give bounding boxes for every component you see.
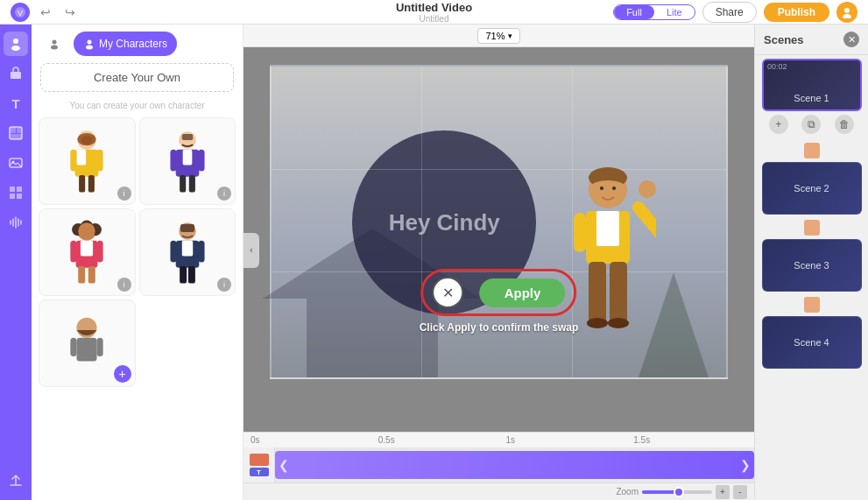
svg-rect-15 (10, 194, 15, 199)
cancel-apply-button[interactable]: ✕ (433, 277, 464, 308)
zoom-slider-track[interactable] (642, 490, 712, 494)
svg-point-63 (589, 180, 627, 198)
panel-tabs: My Characters (32, 25, 243, 56)
svg-point-65 (612, 187, 616, 190)
svg-point-70 (639, 180, 656, 198)
scenes-panel: Scenes ✕ 00:02 Scene 1 + ⧉ 🗑 (754, 25, 868, 500)
apply-button[interactable]: Apply (480, 278, 566, 307)
character-info-badge[interactable]: i (117, 187, 131, 201)
video-title: Untitled Video (396, 1, 472, 14)
character-item[interactable]: + (39, 299, 136, 387)
svg-rect-45 (71, 241, 77, 263)
svg-rect-33 (182, 150, 192, 165)
timeline-ruler: 0s 0.5s 1s 1.5s (243, 432, 754, 447)
create-own-button[interactable]: Create Your Own (40, 63, 234, 92)
canvas-stage[interactable]: Hey Cindy (243, 47, 754, 432)
scene-connector (804, 297, 820, 313)
svg-point-5 (11, 46, 20, 51)
svg-rect-50 (180, 224, 194, 232)
user-avatar[interactable] (836, 2, 857, 23)
scene-thumb[interactable]: 00:02 Scene 1 (762, 59, 862, 111)
zoom-in-button[interactable]: + (716, 485, 730, 499)
svg-rect-8 (10, 127, 16, 133)
ruler-mark-2: 1s (506, 435, 516, 445)
scene-delete-button[interactable]: 🗑 (835, 115, 854, 134)
scene-thumb[interactable]: Scene 4 (762, 316, 862, 369)
scene-thumb[interactable]: Scene 2 (762, 162, 862, 215)
share-button[interactable]: Share (702, 2, 757, 23)
tab-all-characters[interactable] (39, 32, 70, 56)
scene-thumb[interactable]: Scene 3 (762, 239, 862, 292)
svg-rect-26 (97, 150, 103, 172)
svg-point-4 (13, 39, 18, 44)
sidebar-item-scenes[interactable] (4, 121, 28, 145)
sidebar-item-characters[interactable] (4, 32, 28, 56)
scene-text: Hey Cindy (389, 208, 500, 236)
svg-rect-10 (10, 134, 22, 139)
scene-background: Hey Cindy (270, 65, 728, 379)
scene-add-button[interactable]: + (769, 115, 788, 134)
timeline-bar[interactable]: ❮ ❯ (275, 451, 754, 479)
svg-point-17 (53, 40, 57, 45)
canvas-container: 71% ▾ Hey Cindy (243, 25, 754, 500)
app-logo: V (11, 3, 30, 22)
timeline-scroll-right[interactable]: ❯ (737, 458, 754, 472)
publish-button[interactable]: Publish (764, 3, 829, 22)
character-item[interactable]: i (39, 208, 136, 296)
scene-duplicate-button[interactable]: ⧉ (801, 115, 821, 134)
timeline-track: T ❮ ❯ (243, 447, 754, 482)
zoom-dropdown-icon[interactable]: ▾ (508, 32, 512, 40)
svg-rect-56 (188, 266, 195, 284)
svg-rect-37 (189, 175, 195, 193)
create-own-subtitle: You can create your own character (32, 101, 243, 110)
svg-text:V: V (18, 9, 23, 18)
svg-point-2 (844, 8, 850, 13)
svg-rect-34 (170, 150, 176, 172)
lite-mode-button[interactable]: Lite (654, 5, 695, 19)
sidebar-item-upload[interactable] (4, 468, 28, 493)
character-info-badge[interactable]: i (217, 278, 231, 292)
scenes-title: Scenes (764, 33, 804, 46)
full-mode-button[interactable]: Full (614, 5, 654, 19)
svg-rect-69 (574, 213, 586, 252)
scene-label: Scene 2 (794, 183, 829, 194)
scene-connector (804, 143, 820, 158)
svg-rect-60 (97, 338, 103, 356)
redo-button[interactable]: ↪ (61, 4, 79, 21)
full-lite-toggle: Full Lite (613, 4, 695, 20)
sidebar-item-images[interactable] (4, 151, 28, 175)
character-info-badge[interactable]: i (117, 278, 131, 292)
zoom-control[interactable]: 71% ▾ (477, 28, 519, 44)
scenes-header: Scenes ✕ (755, 25, 868, 55)
character-info-badge[interactable]: i (217, 187, 231, 201)
character-item[interactable]: i (139, 117, 236, 205)
ruler-mark-0: 0s (251, 435, 260, 445)
zoom-out-button[interactable]: - (733, 485, 747, 499)
sidebar-item-audio[interactable] (4, 210, 28, 235)
scenes-close-button[interactable]: ✕ (843, 32, 859, 47)
svg-rect-24 (77, 150, 87, 165)
sidebar-item-shapes[interactable] (4, 180, 28, 205)
svg-rect-68 (630, 199, 656, 243)
zoom-slider-thumb[interactable] (674, 487, 684, 497)
character-item[interactable]: i (139, 208, 236, 296)
scene-label: Scene 4 (794, 337, 829, 348)
panel-collapse-button[interactable]: ‹ (243, 233, 259, 268)
scene-item: Scene 3 (762, 239, 861, 292)
tab-my-characters[interactable]: My Characters (74, 32, 177, 56)
svg-rect-47 (78, 266, 85, 284)
character-add-badge[interactable]: + (114, 365, 131, 383)
ruler-mark-3: 1.5s (633, 435, 650, 445)
top-bar-left: V ↩ ↪ (11, 3, 79, 22)
character-track-thumb (250, 454, 269, 466)
scene-item: 00:02 Scene 1 + ⧉ 🗑 (762, 59, 861, 137)
svg-point-74 (608, 318, 629, 328)
undo-button[interactable]: ↩ (37, 4, 54, 21)
characters-panel: My Characters Create Your Own You can cr… (32, 25, 243, 500)
character-item[interactable]: i (39, 117, 136, 205)
svg-rect-44 (81, 241, 93, 257)
ruler-mark-1: 0.5s (378, 435, 395, 445)
timeline-scroll-left[interactable]: ❮ (275, 458, 293, 472)
sidebar-item-text[interactable]: T (4, 91, 28, 116)
sidebar-item-props[interactable] (4, 61, 28, 86)
